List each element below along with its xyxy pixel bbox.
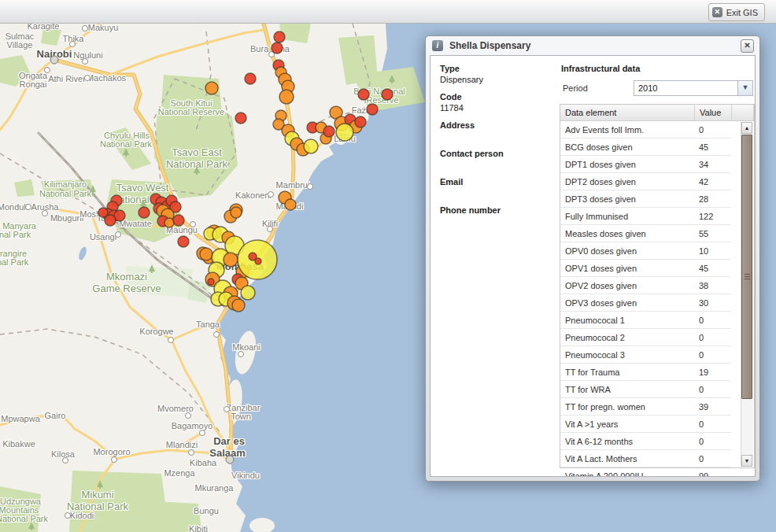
dialog-titlebar[interactable]: i Shella Dispensary [426, 36, 759, 54]
value-cell: 122 [699, 212, 731, 221]
facility-marker[interactable] [98, 208, 108, 217]
value-cell: 28 [699, 194, 731, 204]
table-row: TT for pregn. women39 [560, 398, 731, 416]
facility-field: Email [440, 177, 554, 198]
facility-marker[interactable] [224, 253, 238, 267]
field-label: Phone number [440, 205, 554, 215]
data-element-cell: DPT3 doses given [560, 194, 699, 204]
scroll-up-button[interactable]: ▲ [741, 122, 752, 134]
exit-gis-button[interactable]: ✕ Exit GIS [708, 3, 765, 21]
data-element-cell: TT for pregn. women [560, 402, 699, 412]
facility-marker[interactable] [336, 124, 353, 141]
value-cell: 39 [699, 402, 731, 412]
facility-marker[interactable] [200, 248, 212, 260]
facility-marker[interactable] [272, 42, 283, 54]
gis-screen: ✕ Exit GIS [0, 0, 776, 532]
value-cell: 0 [699, 419, 731, 429]
data-element-cell: Vit A 6-12 months [560, 437, 699, 446]
table-row: BCG doses given45 [560, 139, 731, 156]
close-x-icon: ✕ [712, 7, 722, 17]
data-element-cell: Vit A Lact. Mothers [560, 454, 699, 464]
facility-marker[interactable] [173, 215, 184, 226]
chevron-down-icon[interactable]: ▼ [737, 81, 752, 95]
dialog-body: TypeDispensaryCode11784AddressContact pe… [430, 55, 756, 477]
data-element-cell: OPV2 doses given [560, 281, 699, 290]
facility-marker[interactable] [367, 104, 378, 115]
facility-marker[interactable] [178, 236, 189, 247]
data-element-cell: BCG doses given [560, 142, 699, 152]
value-cell: 10 [699, 246, 731, 256]
facility-marker[interactable] [245, 73, 256, 84]
facility-marker[interactable] [285, 199, 296, 210]
period-label: Period [563, 83, 588, 93]
value-cell: 0 [699, 350, 731, 360]
data-element-cell: OPV0 doses given [560, 246, 699, 256]
facility-marker[interactable] [323, 126, 334, 137]
table-row: TT for Trauma19 [560, 364, 731, 381]
field-label: Type [440, 64, 554, 73]
facility-marker[interactable] [139, 207, 150, 218]
period-select[interactable]: 2010 ▼ [634, 80, 753, 96]
data-element-cell: Fully Immunised [560, 212, 699, 221]
facility-marker[interactable] [255, 258, 261, 264]
data-element-cell: Pneumococal 1 [560, 316, 699, 325]
field-label: Contact person [440, 149, 554, 158]
field-value [440, 216, 554, 227]
facility-marker[interactable] [208, 279, 214, 285]
scroll-down-button[interactable]: ▼ [741, 455, 752, 467]
data-element-cell: Vitamin A 200,000IU [560, 471, 699, 478]
data-element-cell: Pneumococal 2 [560, 333, 699, 342]
data-element-cell: OPV1 doses given [560, 264, 699, 273]
info-icon: i [432, 40, 443, 51]
top-toolbar: ✕ Exit GIS [0, 0, 776, 24]
data-element-cell: Vit A >1 years [560, 419, 699, 429]
data-element-cell: Adv Events foll Imm. [560, 125, 699, 135]
data-element-cell: Measles doses given [560, 229, 699, 238]
table-row: Pneumococal 20 [560, 329, 731, 346]
facility-marker[interactable] [304, 139, 318, 153]
data-element-cell: DPT1 doses given [560, 160, 699, 169]
table-row: Vit A 6-12 months0 [560, 433, 731, 450]
facility-marker[interactable] [235, 113, 246, 124]
table-scrollbar[interactable]: ▲ ▼ [741, 122, 753, 467]
facility-marker[interactable] [232, 299, 245, 312]
table-row: Vitamin A 200,000IU99 [560, 467, 731, 477]
table-row: Fully Immunised122 [560, 208, 731, 225]
data-element-cell: OPV3 doses given [560, 298, 699, 308]
data-element-cell: DPT2 doses given [560, 177, 699, 187]
table-row: OPV1 doses given45 [560, 260, 731, 277]
facility-marker[interactable] [382, 89, 393, 100]
field-label: Email [440, 177, 554, 187]
facility-info-window: i Shella Dispensary ✕ TypeDispensaryCode… [425, 35, 760, 482]
value-cell: 0 [699, 437, 731, 446]
table-row: Vit A >1 years0 [560, 416, 731, 433]
value-cell: 38 [699, 281, 731, 290]
dialog-close-button[interactable]: ✕ [741, 39, 754, 53]
table-row: OPV2 doses given38 [560, 277, 731, 294]
facility-marker[interactable] [355, 116, 366, 127]
facility-field: TypeDispensary [440, 64, 554, 85]
value-cell: 0 [699, 385, 731, 394]
facility-marker[interactable] [205, 82, 218, 94]
facility-marker[interactable] [241, 286, 255, 300]
field-value [440, 188, 554, 198]
table-body: Adv Events foll Imm.0BCG doses given45DP… [560, 121, 731, 477]
column-header-data-element[interactable]: Data element [560, 105, 695, 120]
facility-marker[interactable] [358, 89, 369, 100]
facility-marker[interactable] [164, 218, 174, 227]
facility-field: Phone number [440, 205, 554, 227]
value-cell: 99 [699, 471, 731, 478]
field-value [440, 160, 554, 170]
facility-marker[interactable] [279, 90, 294, 104]
value-cell: 0 [699, 125, 731, 135]
column-header-value[interactable]: Value [695, 105, 732, 120]
table-row: Vit A Lact. Mothers0 [560, 450, 731, 467]
period-selected-value: 2010 [638, 83, 657, 93]
scrollbar-thumb[interactable] [741, 135, 752, 399]
facility-marker[interactable] [274, 31, 285, 42]
table-row: DPT3 doses given28 [560, 190, 731, 208]
field-label: Address [440, 120, 554, 130]
facility-marker[interactable] [231, 207, 242, 218]
table-row: DPT1 doses given34 [560, 156, 731, 173]
facility-field: Address [440, 120, 554, 142]
